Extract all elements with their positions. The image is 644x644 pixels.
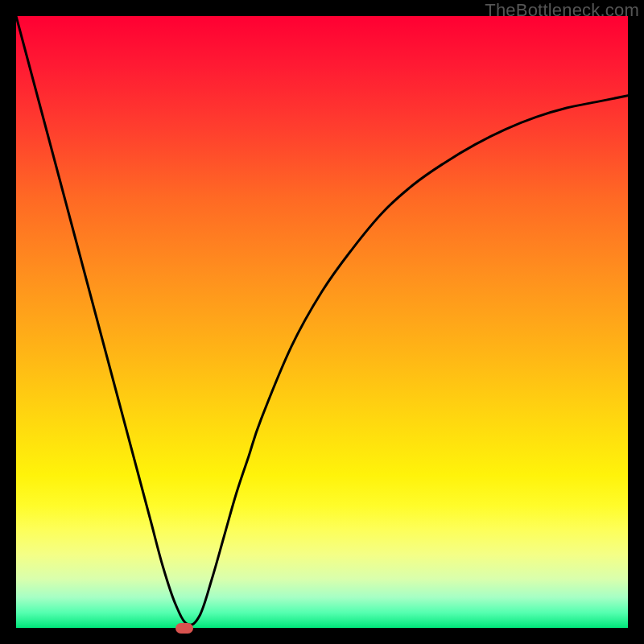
watermark-label: TheBottleneck.com — [485, 0, 639, 21]
plot-area — [16, 16, 628, 628]
curve-svg — [16, 16, 628, 628]
optimal-point-marker — [175, 623, 193, 634]
bottleneck-curve — [16, 16, 628, 625]
chart-frame: TheBottleneck.com — [0, 0, 644, 644]
